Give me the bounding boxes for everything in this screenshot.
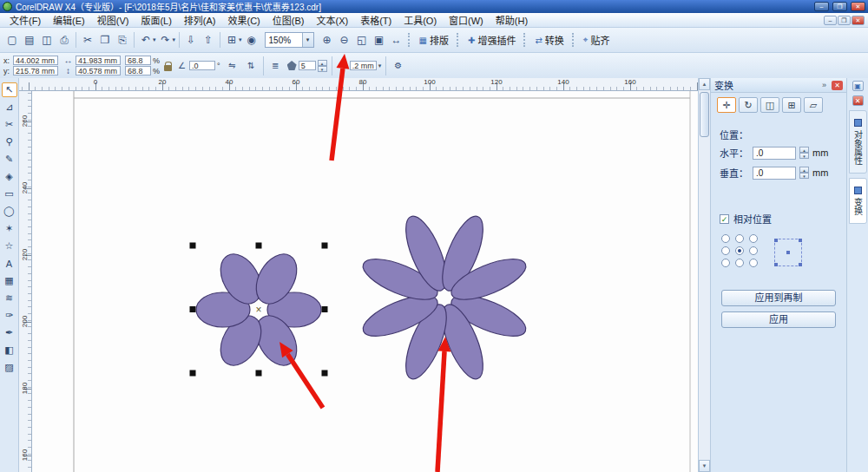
relative-position-checkbox[interactable]: ✓ <box>720 214 729 224</box>
scrollbar-thumb[interactable] <box>700 92 709 137</box>
anchor-radio-middle-left[interactable] <box>721 246 730 255</box>
anchor-radio-center[interactable] <box>735 246 744 255</box>
selection-handle-top-left[interactable] <box>190 243 196 249</box>
shape-tool[interactable]: ⊿ <box>2 100 17 115</box>
zoom-page-icon[interactable]: ▣ <box>371 31 388 49</box>
anchor-radio-bottom-right[interactable] <box>749 259 758 267</box>
undo-icon[interactable]: ↶ <box>137 31 155 49</box>
anchor-radio-top-right[interactable] <box>749 234 758 243</box>
menu-text[interactable]: 文本(X) <box>310 12 354 28</box>
tab-object-properties[interactable]: 对象属性 <box>849 110 867 174</box>
transform-size-tab[interactable]: ⊞ <box>782 97 801 113</box>
zoom-tool[interactable]: ⚲ <box>2 134 17 149</box>
docker-strip-close-icon[interactable]: ✕ <box>852 95 864 106</box>
print-icon[interactable]: ⎙ <box>56 31 73 49</box>
copy-icon[interactable]: ❐ <box>96 31 114 49</box>
menu-tools[interactable]: 工具(O) <box>398 12 443 28</box>
pick-tool[interactable]: ↖ <box>2 82 17 97</box>
polygon-tool[interactable]: ✶ <box>2 221 17 236</box>
eight-petal-flower[interactable] <box>358 211 530 384</box>
scroll-down-icon[interactable]: ▼ <box>699 460 710 472</box>
menu-bitmaps[interactable]: 位图(B) <box>266 12 311 28</box>
paste-icon[interactable]: ⎘ <box>114 31 131 49</box>
text-wrap-icon[interactable]: ≣ <box>268 58 283 73</box>
interactive-fill-tool[interactable]: ▨ <box>2 360 17 375</box>
fill-tool[interactable]: ◧ <box>2 343 17 357</box>
docker-close-icon[interactable]: ✕ <box>832 81 843 90</box>
menu-window[interactable]: 窗口(W) <box>443 12 490 28</box>
menu-edit[interactable]: 编辑(E) <box>47 12 91 28</box>
zoom-dropdown-icon[interactable]: ▾ <box>302 33 313 47</box>
selection-handle-middle-right[interactable] <box>322 306 328 312</box>
spin-up-icon[interactable]: ▴ <box>318 60 327 66</box>
lock-ratio-icon[interactable] <box>164 65 172 71</box>
horizontal-stepper[interactable]: ▴ ▾ <box>799 147 809 159</box>
object-height-input[interactable]: 40.578 mm <box>76 66 121 75</box>
close-button[interactable]: ✕ <box>851 2 865 11</box>
anchor-radio-middle-right[interactable] <box>749 246 758 255</box>
zoom-selected-icon[interactable]: ◱ <box>353 31 371 49</box>
app-launcher-icon[interactable]: ⊞ <box>223 31 240 49</box>
docker-pin-icon[interactable]: ▣ <box>852 81 864 91</box>
selection-handle-top-center[interactable] <box>256 243 262 249</box>
object-width-input[interactable]: 41.983 mm <box>76 56 121 65</box>
doc-restore-button[interactable]: ❐ <box>838 16 851 25</box>
canvas[interactable]: × <box>32 91 698 472</box>
outline-pen-tool[interactable]: ✒ <box>2 325 17 340</box>
menu-file[interactable]: 文件(F) <box>3 12 47 28</box>
plugins-button[interactable]: ✚增强插件 <box>463 33 521 47</box>
welcome-screen-icon[interactable]: ◉ <box>243 31 260 49</box>
table-tool[interactable]: ▦ <box>2 273 17 288</box>
apply-to-duplicate-button[interactable]: 应用到再制 <box>721 290 836 306</box>
transform-position-tab[interactable]: ✛ <box>717 97 736 113</box>
outline-dropdown-icon[interactable]: ▾ <box>378 62 382 69</box>
snap-button[interactable]: ⌖贴齐 <box>578 33 615 47</box>
mirror-vertical-button[interactable]: ⇅ <box>244 58 259 73</box>
scale-v-input[interactable]: 68.8 <box>125 66 151 75</box>
outline-width-select[interactable]: .2 mm <box>350 61 377 70</box>
menu-help[interactable]: 帮助(H) <box>490 12 534 28</box>
scroll-up-icon[interactable]: ▲ <box>699 78 710 90</box>
menu-view[interactable]: 视图(V) <box>91 12 135 28</box>
typesetting-button[interactable]: ▦排版 <box>414 33 454 47</box>
rotation-input[interactable]: .0 <box>189 61 215 70</box>
zoom-in-icon[interactable]: ⊕ <box>319 31 336 49</box>
cut-icon[interactable]: ✂ <box>79 31 96 49</box>
app-launcher-icon-dropdown[interactable]: ▾ <box>239 36 242 43</box>
menu-effects[interactable]: 效果(C) <box>222 12 266 28</box>
anchor-radio-top-left[interactable] <box>721 234 730 243</box>
horizontal-input[interactable]: .0 <box>753 147 796 160</box>
anchor-radio-top-center[interactable] <box>735 234 744 243</box>
settings-gear-icon[interactable]: ⚙ <box>391 58 405 73</box>
vertical-ruler[interactable]: 260240220200180160140 <box>19 91 32 472</box>
polygon-points-input[interactable]: 5 <box>299 61 316 70</box>
spin-up-icon[interactable]: ▴ <box>799 147 809 153</box>
import-icon[interactable]: ⇩ <box>182 31 200 49</box>
menu-arrange[interactable]: 排列(A) <box>178 12 222 28</box>
transform-skew-tab[interactable]: ▱ <box>804 97 823 113</box>
selection-handle-top-right[interactable] <box>322 243 328 249</box>
freehand-tool[interactable]: ✎ <box>2 152 17 167</box>
rectangle-tool[interactable]: ▭ <box>2 187 17 201</box>
zoom-level-combo[interactable]: 150% ▾ <box>265 32 314 48</box>
zoom-width-icon[interactable]: ↔ <box>388 31 405 49</box>
menu-layout[interactable]: 版面(L) <box>135 12 177 28</box>
horizontal-ruler[interactable]: 020406080100120140160 <box>19 78 698 91</box>
vertical-scrollbar[interactable]: ▲ ▼ <box>698 78 710 472</box>
redo-icon[interactable]: ↷ <box>157 31 174 49</box>
maximize-button[interactable]: ❐ <box>832 2 847 11</box>
polygon-points-stepper[interactable]: ▴ ▾ <box>318 60 327 72</box>
spin-up-icon[interactable]: ▴ <box>799 167 809 173</box>
redo-icon-dropdown[interactable]: ▾ <box>173 36 176 43</box>
scale-h-input[interactable]: 68.8 <box>125 56 151 65</box>
selection-handle-middle-left[interactable] <box>190 306 196 312</box>
transform-scale-mirror-tab[interactable]: ◫ <box>760 97 779 113</box>
zoom-out-icon[interactable]: ⊖ <box>336 31 353 49</box>
menu-table[interactable]: 表格(T) <box>354 12 398 28</box>
anchor-radio-bottom-left[interactable] <box>721 259 730 267</box>
mirror-horizontal-button[interactable]: ⇋ <box>225 58 240 73</box>
convert-button[interactable]: ⇄转换 <box>529 33 569 47</box>
ellipse-tool[interactable]: ◯ <box>2 204 17 219</box>
spin-down-icon[interactable]: ▾ <box>318 66 327 72</box>
doc-minimize-button[interactable]: – <box>824 16 837 25</box>
